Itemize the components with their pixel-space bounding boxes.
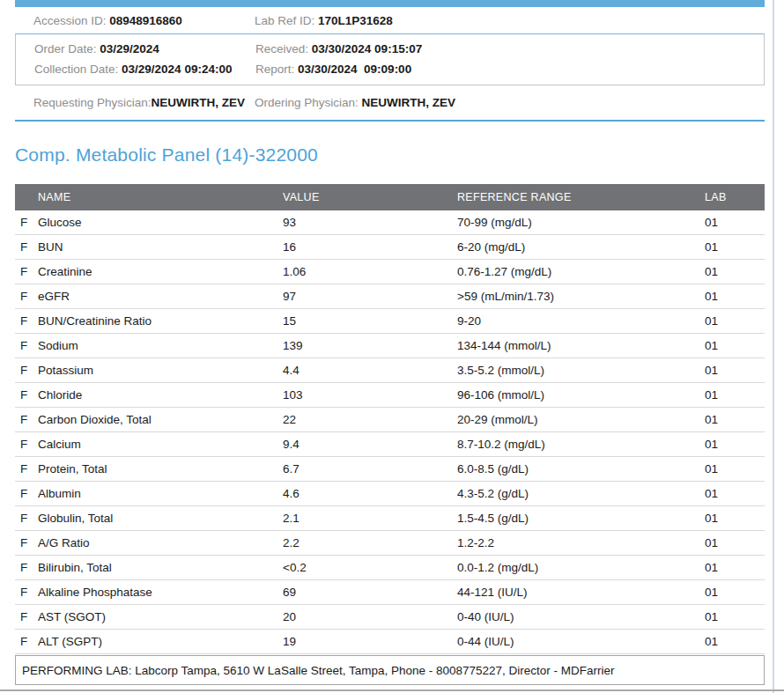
order-date-field: Order Date: 03/29/2024 xyxy=(16,42,255,55)
physician-row: Requesting Physician:NEUWIRTH, ZEV Order… xyxy=(15,85,765,109)
result-flag: F xyxy=(15,586,38,599)
column-header-name: NAME xyxy=(38,191,283,203)
result-value: 16 xyxy=(283,240,457,254)
page-right-edge-line xyxy=(773,0,774,693)
order-date-label: Order Date: xyxy=(34,42,100,55)
result-lab: 01 xyxy=(705,216,765,229)
result-range: 3.5-5.2 (mmol/L) xyxy=(457,364,705,377)
result-value: 139 xyxy=(283,339,457,352)
result-lab: 01 xyxy=(705,413,765,426)
result-value: 2.2 xyxy=(283,536,457,549)
table-row: F Potassium 4.4 3.5-5.2 (mmol/L) 01 xyxy=(15,358,765,383)
result-name: Carbon Dioxide, Total xyxy=(38,413,283,426)
result-range: 20-29 (mmol/L) xyxy=(457,413,705,426)
result-flag: F xyxy=(15,536,38,549)
result-value: 1.06 xyxy=(283,265,457,278)
result-value: 93 xyxy=(283,216,457,229)
result-flag: F xyxy=(15,635,38,648)
table-row: F Chloride 103 96-106 (mmol/L) 01 xyxy=(15,383,765,408)
result-lab: 01 xyxy=(705,635,765,648)
accession-id-label: Accession ID: xyxy=(33,14,109,27)
result-lab: 01 xyxy=(705,536,765,549)
results-table-header: NAME VALUE REFERENCE RANGE LAB xyxy=(15,184,765,210)
result-name: Bilirubin, Total xyxy=(38,561,283,574)
result-flag: F xyxy=(15,512,38,525)
result-lab: 01 xyxy=(705,339,765,352)
result-lab: 01 xyxy=(705,240,765,254)
results-table-body: F Glucose 93 70-99 (mg/dL) 01 F BUN 16 6… xyxy=(15,210,765,654)
ordering-physician-field: Ordering Physician: NEUWIRTH, ZEV xyxy=(255,96,765,109)
performing-lab-text: PERFORMING LAB: Labcorp Tampa, 5610 W La… xyxy=(22,664,615,677)
panel-title: Comp. Metabolic Panel (14)-322000 xyxy=(15,144,765,166)
result-lab: 01 xyxy=(705,364,765,377)
result-name: eGFR xyxy=(38,290,283,303)
result-name: ALT (SGPT) xyxy=(38,635,283,648)
result-lab: 01 xyxy=(705,487,765,500)
result-flag: F xyxy=(15,438,38,451)
result-value: 103 xyxy=(283,388,457,402)
result-range: 0.0-1.2 (mg/dL) xyxy=(457,561,705,574)
accession-id-field: Accession ID: 08948916860 xyxy=(15,14,255,27)
result-lab: 01 xyxy=(705,265,765,278)
column-header-range: REFERENCE RANGE xyxy=(457,191,705,203)
result-range: 44-121 (IU/L) xyxy=(457,586,705,599)
table-row: F Albumin 4.6 4.3-5.2 (g/dL) 01 xyxy=(15,482,765,506)
accession-row: Accession ID: 08948916860 Lab Ref ID: 17… xyxy=(15,7,765,33)
result-flag: F xyxy=(15,216,38,229)
result-value: 2.1 xyxy=(283,512,457,525)
result-lab: 01 xyxy=(705,314,765,328)
table-row: F Alkaline Phosphatase 69 44-121 (IU/L) … xyxy=(15,580,765,605)
result-value: 4.6 xyxy=(283,487,457,500)
table-row: F Bilirubin, Total <0.2 0.0-1.2 (mg/dL) … xyxy=(15,556,765,580)
collection-date-row: Collection Date: 03/29/2024 09:24:00 Rep… xyxy=(16,63,764,76)
result-flag: F xyxy=(15,290,38,303)
result-name: AST (SGOT) xyxy=(38,610,283,623)
result-lab: 01 xyxy=(705,290,765,303)
table-row: F BUN/Creatinine Ratio 15 9-20 01 xyxy=(15,309,765,334)
result-flag: F xyxy=(15,314,38,328)
result-value: 9.4 xyxy=(283,438,457,451)
table-row: F Calcium 9.4 8.7-10.2 (mg/dL) 01 xyxy=(15,432,765,457)
result-lab: 01 xyxy=(705,438,765,451)
table-row: F Globulin, Total 2.1 1.5-4.5 (g/dL) 01 xyxy=(15,506,765,531)
result-range: 8.7-10.2 (mg/dL) xyxy=(457,438,705,451)
table-row: F Creatinine 1.06 0.76-1.27 (mg/dL) 01 xyxy=(15,260,765,284)
result-flag: F xyxy=(15,240,38,254)
result-range: 6.0-8.5 (g/dL) xyxy=(457,462,705,476)
result-flag: F xyxy=(15,364,38,377)
result-name: Creatinine xyxy=(38,265,283,278)
result-lab: 01 xyxy=(705,610,765,623)
report-label: Report: xyxy=(255,63,298,76)
top-accent-bar xyxy=(15,0,765,7)
requesting-physician-label: Requesting Physician: xyxy=(33,96,152,109)
order-date-value: 03/29/2024 xyxy=(100,42,159,55)
result-range: 6-20 (mg/dL) xyxy=(457,240,705,254)
lab-report-content: Accession ID: 08948916860 Lab Ref ID: 17… xyxy=(15,0,765,685)
table-row: F A/G Ratio 2.2 1.2-2.2 01 xyxy=(15,531,765,556)
table-row: F Protein, Total 6.7 6.0-8.5 (g/dL) 01 xyxy=(15,457,765,482)
result-flag: F xyxy=(15,388,38,402)
result-range: 0.76-1.27 (mg/dL) xyxy=(457,265,705,278)
column-header-value: VALUE xyxy=(283,191,457,203)
result-range: 9-20 xyxy=(457,314,705,328)
result-range: 96-106 (mmol/L) xyxy=(457,388,705,402)
result-value: 19 xyxy=(283,635,457,648)
result-name: BUN xyxy=(38,240,283,254)
result-range: 134-144 (mmol/L) xyxy=(457,339,705,352)
result-name: A/G Ratio xyxy=(38,536,283,549)
table-row: F eGFR 97 >59 (mL/min/1.73) 01 xyxy=(15,284,765,309)
received-field: Received: 03/30/2024 09:15:07 xyxy=(255,42,764,55)
result-lab: 01 xyxy=(705,388,765,402)
result-range: 1.5-4.5 (g/dL) xyxy=(457,512,705,525)
result-lab: 01 xyxy=(705,512,765,525)
requesting-physician-value: NEUWIRTH, ZEV xyxy=(152,96,246,109)
result-name: Globulin, Total xyxy=(38,512,283,525)
result-value: 20 xyxy=(283,610,457,623)
lab-ref-id-label: Lab Ref ID: xyxy=(255,14,318,27)
report-value: 03/30/2024 09:09:00 xyxy=(298,63,411,76)
result-name: Sodium xyxy=(38,339,283,352)
table-row: F Carbon Dioxide, Total 22 20-29 (mmol/L… xyxy=(15,408,765,432)
table-row: F ALT (SGPT) 19 0-44 (IU/L) 01 xyxy=(15,630,765,654)
result-flag: F xyxy=(15,561,38,574)
result-name: Potassium xyxy=(38,364,283,377)
